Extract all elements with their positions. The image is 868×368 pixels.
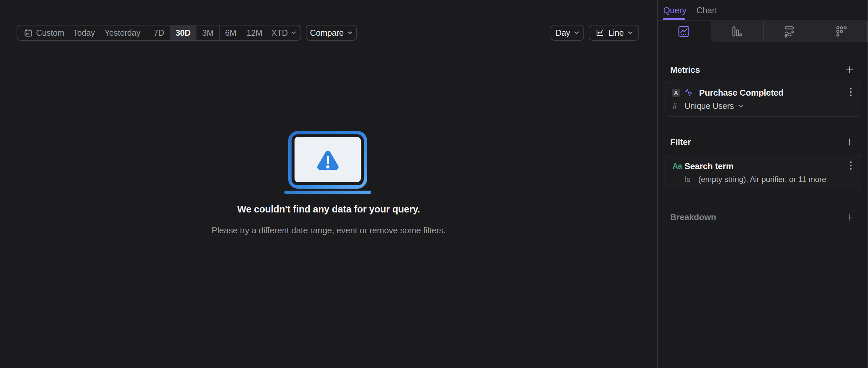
active-tab-indicator (663, 18, 685, 20)
tab-flows[interactable] (781, 24, 797, 39)
filter-heading: Filter (670, 137, 691, 147)
empty-state-title: We couldn't find any data for your query… (0, 204, 657, 215)
tab-query[interactable]: Query (663, 5, 686, 15)
date-range-today[interactable]: Today (71, 26, 97, 40)
tab-insights[interactable] (676, 24, 692, 39)
main-content: Custom Today Yesterday 7D 30D 3M 6M 12M … (0, 0, 657, 368)
chevron-down-icon (347, 31, 352, 34)
no-data-laptop-illustration (284, 130, 371, 194)
date-range-label: XTD (271, 28, 287, 38)
date-range-12m[interactable]: 12M (242, 26, 267, 40)
number-type-icon: # (673, 102, 684, 111)
filter-property-name: Search term (684, 161, 734, 171)
metrics-section-header: Metrics (670, 65, 855, 75)
metric-card[interactable]: A Purchase Completed # Unique Users (664, 81, 861, 117)
filter-condition[interactable]: Is (empty string), Air purifier, or 11 m… (684, 175, 826, 184)
date-range-label: 3M (202, 28, 213, 38)
chevron-down-icon (628, 31, 633, 34)
analytics-app: Custom Today Yesterday 7D 30D 3M 6M 12M … (0, 0, 868, 368)
date-range-label: 12M (247, 28, 262, 38)
filter-values: (empty string), Air purifier, or 11 more (699, 175, 826, 184)
date-range-control: Custom Today Yesterday 7D 30D 3M 6M 12M … (17, 25, 301, 41)
add-filter-button[interactable] (845, 137, 855, 147)
chevron-down-icon (738, 104, 743, 108)
metric-event-row: A Purchase Completed (672, 88, 783, 98)
filter-property-row: Aa Search term (673, 161, 734, 171)
metric-letter-badge: A (672, 89, 680, 97)
granularity-label: Day (556, 28, 570, 38)
date-range-3m[interactable]: 3M (196, 26, 219, 40)
metric-aggregation-dropdown[interactable]: # Unique Users (673, 101, 743, 111)
compare-label: Compare (310, 28, 344, 38)
date-range-label: 6M (225, 28, 236, 38)
chart-type-button[interactable]: Line (589, 25, 639, 41)
date-range-xtd[interactable]: XTD (267, 26, 301, 40)
date-range-30d-active[interactable]: 30D (169, 26, 196, 40)
date-range-custom[interactable]: Custom (17, 26, 71, 40)
chart-type-label: Line (608, 28, 623, 38)
toolbar: Custom Today Yesterday 7D 30D 3M 6M 12M … (0, 25, 657, 41)
panel-tabs: Query Chart (658, 0, 868, 21)
retention-dots-icon (835, 25, 848, 38)
query-panel: Query Chart (657, 0, 868, 368)
filter-card[interactable]: Aa Search term Is (empty string), Air pu… (664, 154, 861, 190)
add-breakdown-button[interactable] (845, 212, 855, 222)
date-range-6m[interactable]: 6M (219, 26, 242, 40)
flows-icon (782, 25, 796, 38)
date-range-label: Yesterday (104, 28, 140, 38)
tab-retention[interactable] (834, 24, 849, 39)
breakdown-heading: Breakdown (670, 212, 716, 223)
tab-funnels[interactable] (728, 24, 744, 39)
granularity-button[interactable]: Day (551, 25, 584, 41)
calendar-icon (24, 29, 33, 37)
date-range-yesterday[interactable]: Yesterday (97, 26, 148, 40)
compare-button[interactable]: Compare (306, 25, 357, 41)
filter-section-header: Filter (670, 137, 855, 147)
insights-chart-icon (678, 26, 690, 37)
metrics-heading: Metrics (670, 65, 700, 75)
filter-options-kebab-icon[interactable] (846, 160, 856, 171)
empty-state-subtitle: Please try a different date range, event… (0, 225, 657, 236)
date-range-label: Today (73, 28, 95, 38)
tab-chart[interactable]: Chart (696, 5, 717, 15)
aggregation-label: Unique Users (684, 101, 734, 111)
tab-divider (763, 22, 764, 41)
date-range-label: 7D (154, 28, 164, 38)
date-range-label: Custom (36, 28, 64, 38)
date-range-label: 30D (176, 28, 190, 38)
add-metric-button[interactable] (845, 65, 855, 75)
metric-event-name: Purchase Completed (699, 88, 783, 98)
line-chart-icon (595, 28, 604, 37)
breakdown-section-header: Breakdown (670, 212, 855, 223)
string-type-badge: Aa (673, 162, 684, 171)
chevron-down-icon (291, 31, 296, 34)
filter-operator: Is (684, 175, 690, 184)
event-cursor-click-icon (684, 88, 693, 97)
funnel-bars-icon (730, 25, 743, 38)
chart-type-tabs (658, 21, 868, 42)
tab-divider (816, 22, 816, 41)
chevron-down-icon (574, 31, 579, 34)
metric-options-kebab-icon[interactable] (846, 87, 856, 97)
date-range-7d[interactable]: 7D (148, 26, 169, 40)
